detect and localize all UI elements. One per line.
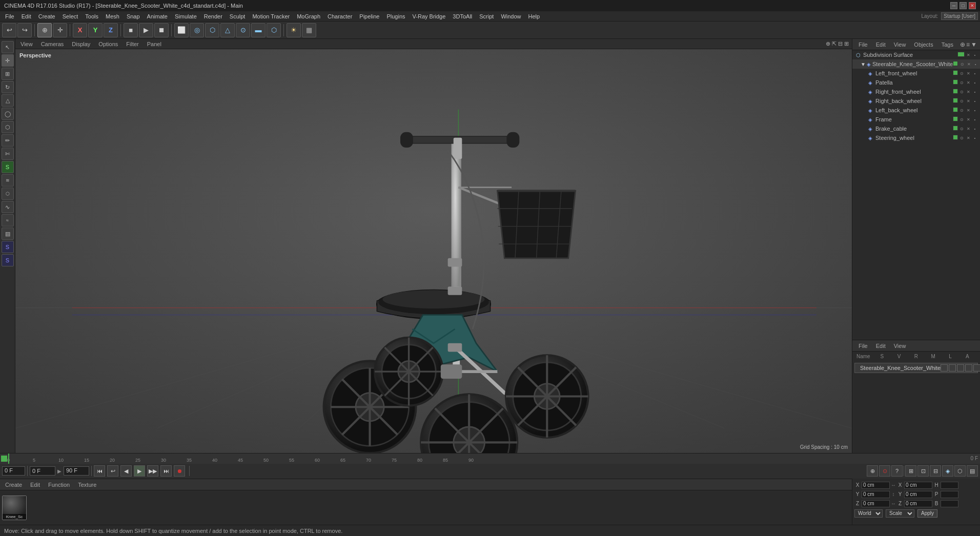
mat-menu-function[interactable]: Function: [46, 481, 72, 488]
coord-y-size[interactable]: [904, 491, 932, 498]
torus-button[interactable]: ⊙: [236, 23, 250, 37]
tool-2[interactable]: ◯: [2, 108, 14, 120]
transform-mode-dropdown[interactable]: Scale Move Rotate: [886, 509, 914, 518]
viewport-menu-view[interactable]: View: [18, 40, 35, 48]
layout-dropdown[interactable]: Startup [User]: [941, 12, 978, 20]
obj-dot-steering[interactable]: •: [972, 135, 978, 141]
attr-btn-4[interactable]: [965, 364, 972, 372]
sky-button[interactable]: ⬡: [267, 23, 281, 37]
stop-button[interactable]: ⏹: [154, 23, 169, 37]
cone-button[interactable]: △: [220, 23, 235, 37]
menu-simulate[interactable]: Simulate: [172, 12, 200, 20]
obj-vis-brake[interactable]: ⊙: [958, 126, 965, 132]
menu-mesh[interactable]: Mesh: [103, 12, 122, 20]
object-right-front-wheel[interactable]: ◈ Right_front_wheel ⊙ ✕ •: [852, 87, 980, 96]
tl-icon-3[interactable]: ?: [891, 465, 903, 477]
object-left-front-wheel[interactable]: ◈ Left_front_wheel ⊙ ✕ •: [852, 69, 980, 78]
move-button[interactable]: ✛: [53, 23, 67, 37]
menu-script[interactable]: Script: [476, 12, 497, 20]
tl-icon-keyframe[interactable]: ⊞: [905, 465, 916, 477]
attr-btn-2[interactable]: [949, 364, 956, 372]
menu-tools[interactable]: Tools: [82, 12, 101, 20]
obj-dot-lbw[interactable]: •: [972, 107, 978, 113]
attr-tab-edit[interactable]: Edit: [873, 342, 889, 350]
object-subdivision-surface[interactable]: ⬡ Subdivision Surface ✕ •: [852, 50, 980, 59]
obj-vis-patella[interactable]: ⊙: [958, 79, 965, 86]
menu-snap[interactable]: Snap: [124, 12, 143, 20]
current-frame-display[interactable]: 0 F: [2, 466, 25, 476]
mat-menu-edit[interactable]: Edit: [28, 481, 42, 488]
light-button[interactable]: ☀: [287, 23, 301, 37]
cylinder-button[interactable]: ⬡: [205, 23, 219, 37]
tl-icon-vray[interactable]: ◈: [942, 465, 953, 477]
objects-tab-objects[interactable]: Objects: [911, 40, 936, 49]
menu-plugins[interactable]: Plugins: [383, 12, 408, 20]
obj-vis-btn[interactable]: [957, 52, 965, 57]
tool-12[interactable]: S: [2, 254, 14, 266]
menu-animate[interactable]: Animate: [144, 12, 171, 20]
live-selection-button[interactable]: ⊕: [37, 23, 52, 37]
points-mode-button[interactable]: ◼: [124, 23, 138, 37]
menu-vray[interactable]: V-Ray Bridge: [410, 12, 449, 20]
obj-vis-rfw[interactable]: ⊙: [958, 89, 965, 95]
attr-tab-view[interactable]: View: [891, 342, 909, 350]
coord-p[interactable]: [941, 491, 958, 498]
viewport-menu-cameras[interactable]: Cameras: [39, 40, 66, 48]
prev-frame-button[interactable]: ↩: [107, 465, 118, 477]
object-brake-cable[interactable]: ◈ Brake_cable ⊙ ✕ •: [852, 124, 980, 133]
object-frame[interactable]: ◈ Frame ⊙ ✕ •: [852, 115, 980, 124]
obj-dot-btn[interactable]: •: [972, 52, 978, 58]
attr-btn-1[interactable]: [941, 364, 948, 372]
menu-select[interactable]: Select: [59, 12, 81, 20]
axis-z-button[interactable]: Z: [104, 23, 118, 37]
menu-window[interactable]: Window: [498, 12, 524, 20]
menu-file[interactable]: File: [2, 12, 17, 20]
obj-dot-patella[interactable]: •: [972, 79, 978, 86]
mat-menu-texture[interactable]: Texture: [76, 481, 98, 488]
obj-dot-rbw[interactable]: •: [972, 98, 978, 104]
apply-button[interactable]: Apply: [917, 509, 937, 518]
menu-pipeline[interactable]: Pipeline: [356, 12, 382, 20]
coord-y-pos[interactable]: [862, 491, 890, 498]
tool-8[interactable]: ∿: [2, 201, 14, 213]
coord-x-size[interactable]: [904, 482, 932, 489]
viewport-icon-4[interactable]: ⊞: [844, 40, 849, 47]
viewport-menu-filter[interactable]: Filter: [124, 40, 140, 48]
play-button[interactable]: ▶: [139, 23, 153, 37]
axis-x-button[interactable]: X: [73, 23, 87, 37]
coord-h[interactable]: [941, 482, 958, 489]
objects-tab-edit[interactable]: Edit: [873, 40, 889, 49]
obj-x-rbw[interactable]: ✕: [965, 98, 971, 104]
viewport-menu-panel[interactable]: Panel: [145, 40, 164, 48]
attr-btn-3[interactable]: [957, 364, 964, 372]
tool-10[interactable]: ▤: [2, 228, 14, 240]
menu-help[interactable]: Help: [525, 12, 543, 20]
obj-x-rfw[interactable]: ✕: [965, 89, 971, 95]
obj-vis-steering[interactable]: ⊙: [958, 135, 965, 141]
tool-4[interactable]: ✏: [2, 134, 14, 147]
axis-y-button[interactable]: Y: [88, 23, 103, 37]
objects-icon-3[interactable]: ▼: [971, 41, 977, 48]
frame-input[interactable]: [30, 466, 55, 476]
obj-x-steering[interactable]: ✕: [965, 135, 971, 141]
camera-button[interactable]: ▦: [302, 23, 316, 37]
object-left-back-wheel[interactable]: ◈ Left_back_wheel ⊙ ✕ •: [852, 106, 980, 115]
tool-rotate[interactable]: ↻: [2, 81, 14, 93]
tool-6[interactable]: ≋: [2, 174, 14, 187]
goto-start-button[interactable]: ⏮: [94, 465, 105, 477]
obj-x-btn[interactable]: ✕: [965, 52, 971, 58]
objects-tab-view[interactable]: View: [891, 40, 909, 49]
menu-sculpt[interactable]: Sculpt: [227, 12, 249, 20]
menu-3dtoall[interactable]: 3DToAll: [450, 12, 475, 20]
end-frame-display[interactable]: 90 F: [64, 466, 89, 476]
obj-x-btn-scooter[interactable]: ✕: [966, 61, 972, 67]
tool-1[interactable]: △: [2, 94, 14, 107]
tool-7[interactable]: ⬡: [2, 188, 14, 200]
undo-button[interactable]: ↩: [2, 23, 16, 37]
objects-icon-1[interactable]: ⊕: [960, 41, 965, 48]
obj-vis-lbw[interactable]: ⊙: [958, 107, 965, 113]
obj-x-lfw[interactable]: ✕: [965, 70, 971, 76]
coord-z-size[interactable]: [904, 500, 932, 507]
tool-spline[interactable]: S: [2, 161, 14, 173]
menu-create[interactable]: Create: [35, 12, 58, 20]
